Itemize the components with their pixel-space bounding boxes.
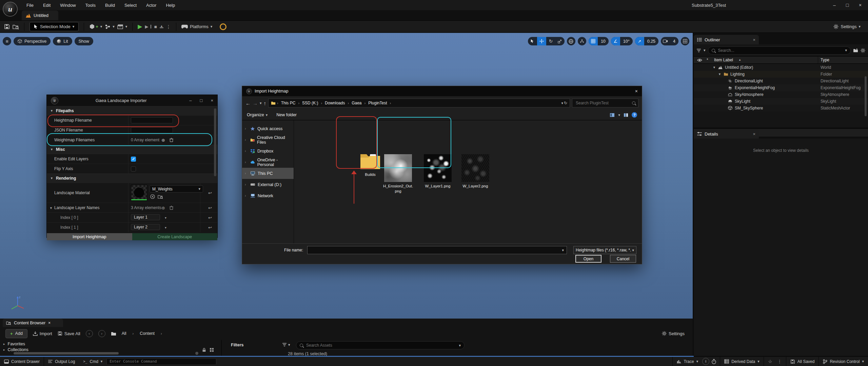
close-icon[interactable]: × xyxy=(635,88,638,94)
reset-property-icon[interactable]: ↩ xyxy=(208,215,212,220)
content-browser-settings-button[interactable]: Settings xyxy=(662,331,685,336)
sidebar-item-creative-cloud[interactable]: › Creative Cloud Files xyxy=(242,134,294,145)
quad-view-button[interactable] xyxy=(681,37,689,45)
expand-icon[interactable]: › xyxy=(245,160,248,164)
camera-speed-value[interactable]: 4 xyxy=(670,37,678,45)
file-tile-weightmap2[interactable]: W_Layer2.png xyxy=(457,154,494,189)
crumb-downloads[interactable]: Downloads xyxy=(323,101,346,105)
grid-snap-value[interactable]: 10 xyxy=(598,37,609,45)
filter-dropdown[interactable]: ▾ xyxy=(282,343,290,347)
close-icon[interactable]: × xyxy=(854,0,867,10)
file-dialog-titlebar[interactable]: u Import Heightmap × xyxy=(242,86,642,96)
material-thumbnail[interactable] xyxy=(131,185,147,201)
filepaths-section-header[interactable]: ▼ Filepaths xyxy=(47,106,217,115)
create-landscape-button[interactable]: Create Landscape xyxy=(132,233,218,240)
outliner-scrollbar[interactable] xyxy=(865,76,867,116)
sidebar-item-network[interactable]: › Network xyxy=(242,190,294,201)
stopwatch-icon[interactable] xyxy=(711,359,716,364)
grid-snap-toggle[interactable] xyxy=(589,37,598,45)
blueprints-dropdown[interactable]: ▾ xyxy=(105,24,115,29)
derived-data-dropdown[interactable]: Derived Data ▾ xyxy=(720,357,764,366)
filter-icon[interactable] xyxy=(696,48,701,53)
file-tile-heightmap-selected[interactable]: H_Erosion2_Out.png xyxy=(379,154,417,194)
tab-content-browser[interactable]: Content Browser × xyxy=(3,319,63,327)
cmd-dropdown[interactable]: >_ Cmd ▾ xyxy=(79,357,106,366)
preview-pane-icon[interactable] xyxy=(624,113,628,117)
layer-1-dropdown[interactable]: Layer 1 xyxy=(131,214,160,220)
expand-icon[interactable]: › xyxy=(245,138,248,142)
refresh-icon[interactable]: ↻ xyxy=(564,101,567,105)
toolbar-settings-dropdown[interactable]: Settings ▾ xyxy=(833,24,861,29)
outliner-row-skysphere[interactable]: SM_SkySphere StaticMeshActor xyxy=(694,105,868,111)
scrollbar-dot[interactable] xyxy=(195,352,198,355)
crumb-gaea[interactable]: Gaea xyxy=(350,101,363,105)
use-selected-asset-icon[interactable] xyxy=(150,194,155,199)
file-name-input[interactable] xyxy=(308,248,562,253)
content-drawer-button[interactable]: Content Drawer xyxy=(0,357,44,366)
viewport-perspective-dropdown[interactable]: Perspective xyxy=(14,37,51,45)
sidebar-item-external-drive[interactable]: › External (D:) xyxy=(242,179,294,190)
expand-icon[interactable]: › xyxy=(245,183,248,186)
pause-insights-button[interactable]: ‖ xyxy=(702,358,709,365)
gear-icon[interactable] xyxy=(861,48,865,53)
rendering-section-header[interactable]: ▼ Rendering xyxy=(47,174,217,183)
asset-search-input[interactable] xyxy=(305,343,456,348)
scale-snap-value[interactable]: 0.25 xyxy=(644,37,658,45)
world-local-toggle-button[interactable] xyxy=(567,37,575,45)
sidebar-item-this-pc[interactable]: › This PC xyxy=(242,168,294,179)
surface-snap-button[interactable] xyxy=(578,37,586,45)
chevron-down-icon[interactable]: ▾ xyxy=(165,216,166,220)
outliner-row-skyatmosphere[interactable]: SkyAtmosphere SkyAtmosphere xyxy=(694,91,868,98)
organize-dropdown[interactable]: Organize ▾ xyxy=(247,113,268,117)
back-icon[interactable]: ← xyxy=(245,100,251,106)
add-button[interactable]: + Add xyxy=(5,329,27,338)
scale-snap-toggle[interactable]: ↗ xyxy=(635,37,644,45)
menu-edit[interactable]: Edit xyxy=(38,0,55,10)
caret-down-icon[interactable]: ▼ xyxy=(713,66,716,69)
crumb-this-pc[interactable]: This PC xyxy=(280,101,297,105)
import-heightmap-button[interactable]: Import Heightmap xyxy=(47,233,132,240)
sidebar-item-dropbox[interactable]: › Dropbox xyxy=(242,145,294,157)
play-options-kebab-icon[interactable]: ⋮ xyxy=(166,24,171,29)
file-name-combo[interactable]: ▾ xyxy=(307,246,567,254)
address-dropdown-icon[interactable]: ▾ xyxy=(561,101,563,105)
sidebar-item-quick-access[interactable]: › Quick access xyxy=(242,123,294,134)
outliner-row-lighting-folder[interactable]: ▼ Lighting Folder xyxy=(694,71,868,78)
lock-icon[interactable] xyxy=(202,348,206,352)
reset-property-icon[interactable]: ↩ xyxy=(208,205,212,210)
reset-property-icon[interactable]: ↩ xyxy=(208,225,212,230)
move-tool-button[interactable] xyxy=(537,37,546,45)
asset-search-box[interactable]: ▾ xyxy=(296,341,465,349)
menu-build[interactable]: Build xyxy=(100,0,120,10)
save-all-button[interactable]: Save All xyxy=(58,331,80,336)
new-folder-icon[interactable] xyxy=(853,48,858,53)
menu-window[interactable]: Window xyxy=(55,0,80,10)
crumb-drive[interactable]: SSD (K:) xyxy=(301,101,319,105)
chevron-down-icon[interactable]: ▾ xyxy=(165,226,166,229)
outliner-row-world[interactable]: ▼ Untitled (Editor) World xyxy=(694,64,868,71)
help-icon[interactable]: ? xyxy=(632,112,637,118)
gaea-dialog-titlebar[interactable]: u Gaea Landscape Importer – □ × xyxy=(47,95,217,106)
import-button[interactable]: Import xyxy=(33,331,52,336)
column-divider[interactable] xyxy=(818,57,818,63)
trace-dropdown[interactable]: Trace ▾ xyxy=(673,357,702,366)
outliner-row-directionallight[interactable]: DirectionalLight DirectionalLight xyxy=(694,78,868,84)
platforms-dropdown[interactable]: Platforms ▾ xyxy=(181,24,212,29)
outliner-row-exponentialheightfog[interactable]: ExponentialHeightFog ExponentialHeightFo… xyxy=(694,84,868,91)
close-icon[interactable]: × xyxy=(753,37,755,42)
file-tile-weightmap1[interactable]: W_Layer1.png xyxy=(419,154,456,189)
crumb-plugintest[interactable]: PluginTest xyxy=(367,101,388,105)
address-bar[interactable]: › This PC › SSD (K:) › Downloads › Gaea … xyxy=(268,99,570,107)
chevron-down-icon[interactable]: ▾ xyxy=(618,113,620,117)
camera-speed-button[interactable] xyxy=(661,37,670,45)
forward-icon[interactable]: → xyxy=(253,100,258,106)
file-type-dropdown[interactable]: Heightmap files (*.r16, *.raw, *. ▾ xyxy=(573,246,636,254)
pin-column-icon[interactable]: * xyxy=(707,58,708,62)
file-search-input[interactable] xyxy=(575,100,630,106)
menu-help[interactable]: Help xyxy=(161,0,180,10)
gaea-dialog-scrollbar[interactable] xyxy=(214,108,216,176)
landscape-material-dropdown[interactable]: M_Weights ▾ xyxy=(150,185,203,192)
revision-control-dropdown[interactable]: Revision Control ▾ xyxy=(819,357,868,366)
trash-icon[interactable] xyxy=(170,138,173,142)
add-actor-dropdown[interactable]: + ▾ xyxy=(89,24,102,29)
